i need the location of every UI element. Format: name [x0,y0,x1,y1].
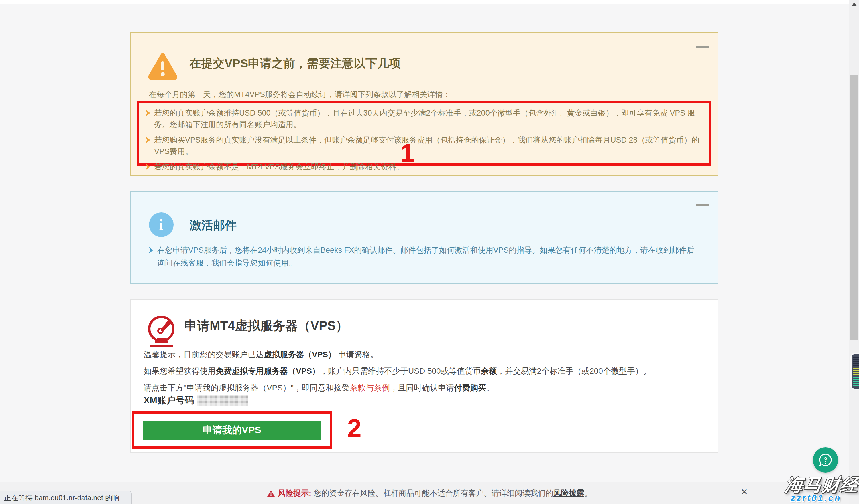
para2-mid: ，账户内只需维持不少于USD 500或等值货币 [320,367,481,376]
vps-warning-panel: 在提交VPS申请之前，需要注意以下几项 在每个月的第一天，您的MT4VPS服务将… [130,32,718,176]
arrow-bullet-icon [146,110,150,116]
para2-text: 如果您希望获得使用 [144,367,216,376]
apply-para-1: 温馨提示，目前您的交易账户已达虚拟服务器（VPS） 申请资格。 [144,349,378,360]
watermark-site: zzrt01.cn [790,493,842,503]
page: 在提交VPS申请之前，需要注意以下几项 在每个月的第一天，您的MT4VPS服务将… [0,0,859,504]
scrollbar-thumb[interactable] [850,75,858,340]
risk-disclosure-link[interactable]: 风险披露 [553,488,584,498]
widget-stripes-teal [853,377,859,386]
apply-para-2: 如果您希望获得使用免费虚拟专用服务器（VPS），账户内只需维持不少于USD 50… [144,366,651,376]
apply-para-3: 请点击下方"申请我的虚拟服务器（VPS）"，即同意和接受条款与条例，且同时确认申… [144,383,494,393]
browser-status-bubble: 正在等待 bam.eu01.nr-data.net 的响应... [0,491,132,504]
widget-stripes-navy [853,357,859,366]
para3-mid: ，且同时确认申请 [390,383,454,392]
top-page-strip [0,0,859,4]
widget-stripes-yellow [853,368,859,375]
apply-vps-panel: 申请MT4虚拟服务器（VPS） 温馨提示，目前您的交易账户已达虚拟服务器（VPS… [130,299,718,453]
vertical-scrollbar[interactable] [849,0,859,504]
collapse-minus-icon[interactable] [696,46,709,48]
warning-bullet-2: 若您购买VPS服务的真实账户没有满足以上条件，但账户余额足够支付该服务费用（包括… [146,134,703,157]
warning-bullet-1-text: 若您的真实账户余额维持USD 500（或等值货币），且在过去30天内交易至少满2… [154,107,703,130]
para1-bold: 虚拟服务器（VPS） [264,350,336,359]
info-glyph: i [159,216,163,234]
para2-tail: ，并交易满2个标准手（或200个微型手）。 [497,367,651,376]
arrow-bullet-icon [149,247,153,253]
scroll-up-arrow-icon[interactable] [851,3,857,6]
para3-tail: 。 [486,383,494,392]
warning-bullet-2-text: 若您购买VPS服务的真实账户没有满足以上条件，但账户余额足够支付该服务费用（包括… [154,134,703,157]
para1-text: 温馨提示，目前您的交易账户已达 [144,350,264,359]
annotation-box-2: 申请我的VPS [132,411,332,449]
censored-account-number [197,395,248,406]
para2-bold-1: 免费虚拟专用服务器（VPS） [216,367,320,376]
arrow-bullet-icon [146,164,150,170]
alert-triangle-icon [267,490,275,497]
para3-bold: 付费购买 [454,383,486,392]
activation-body-text: 在您申请VPS服务后，您将在24小时内收到来自Beeks FX的确认邮件。邮件包… [157,244,702,270]
annotation-box-1: 若您的真实账户余额维持USD 500（或等值货币），且在过去30天内交易至少满2… [137,101,711,166]
warning-panel-title: 在提交VPS申请之前，需要注意以下几项 [189,56,401,71]
annotation-number-2: 2 [347,415,361,441]
arrow-bullet-icon [146,137,150,143]
annotation-number-1: 1 [401,140,415,166]
risk-text: 您的资金存在风险。杠杆商品可能不适合所有客户。请详细阅读我们的 [314,488,553,498]
activation-panel-title: 激活邮件 [190,218,237,233]
warning-triangle-icon [147,51,178,80]
warning-panel-intro: 在每个月的第一天，您的MT4VPS服务将会自动续订，请详阅下列条款以了解相关详情… [149,89,451,99]
xm-account-label: XM账户号码 [144,394,194,407]
help-chat-button[interactable]: ? [813,447,838,473]
risk-label: 风险提示: [278,488,311,498]
terms-link[interactable]: 条款与条例 [350,383,390,392]
para3-text: 请点击下方"申请我的虚拟服务器（VPS）"，即同意和接受 [144,383,350,392]
side-extension-widget[interactable] [852,354,859,389]
question-glyph: ? [824,456,827,463]
activation-body: 在您申请VPS服务后，您将在24小时内收到来自Beeks FX的确认邮件。邮件包… [149,244,702,270]
close-icon[interactable]: ✕ [741,488,748,496]
account-row: XM账户号码 [144,394,248,407]
stamp-seal-icon [144,313,179,349]
collapse-minus-icon[interactable] [696,204,709,206]
apply-my-vps-button[interactable]: 申请我的VPS [143,421,321,440]
para2-bold-2: 余额 [481,367,497,376]
para1-tail: 申请资格。 [336,350,378,359]
warning-bullet-1: 若您的真实账户余额维持USD 500（或等值货币），且在过去30天内交易至少满2… [146,107,703,130]
apply-panel-title: 申请MT4虚拟服务器（VPS） [184,317,348,334]
info-circle-icon: i [149,212,174,237]
chat-question-icon: ? [818,452,833,468]
warning-bullet-3: 若您的真实账户余额不足，MT4 VPS服务会立即终止，并删除相关资料。 [146,161,703,173]
activation-email-panel: i 激活邮件 在您申请VPS服务后，您将在24小时内收到来自Beeks FX的确… [130,191,718,284]
risk-text-suffix: 。 [584,488,592,498]
warning-bullet-3-text: 若您的真实账户余额不足，MT4 VPS服务会立即终止，并删除相关资料。 [154,161,404,173]
